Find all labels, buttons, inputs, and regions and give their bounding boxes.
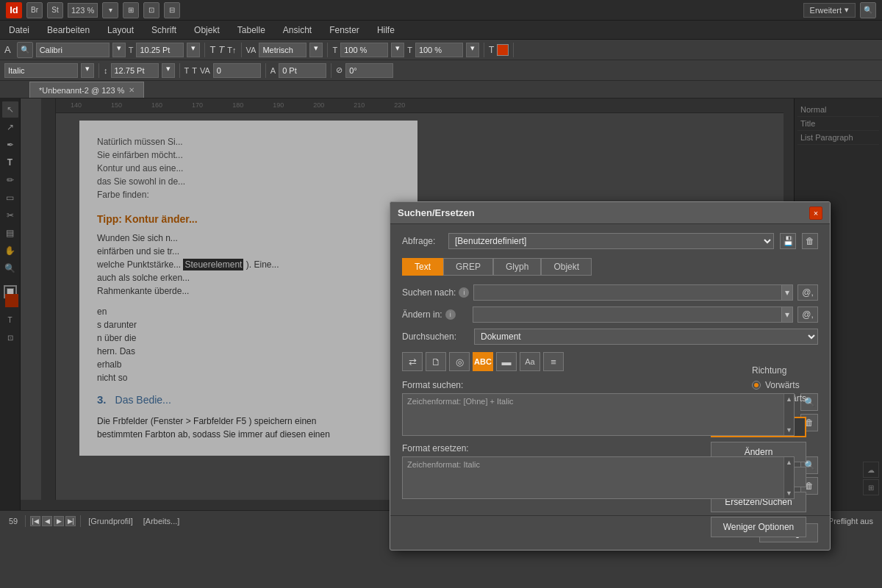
zoom-dropdown[interactable]: ▾ — [102, 2, 118, 18]
aendern-dropdown-arrow[interactable]: ▾ — [781, 306, 793, 323]
tab-glyph[interactable]: Glyph — [493, 258, 541, 276]
abfrage-label: Abfrage: — [402, 236, 442, 246]
scale-v-dropdown[interactable]: ▾ — [466, 43, 479, 57]
abfrage-save-btn[interactable]: 💾 — [780, 233, 796, 249]
icon-whole-word[interactable]: 🗋 — [426, 352, 446, 371]
menu-schrift[interactable]: Schrift — [148, 24, 179, 37]
extended-button[interactable]: Erweitert ▾ — [803, 3, 856, 18]
vorwaerts-radio[interactable]: Vorwärts — [752, 380, 806, 390]
icon-case-sensitive[interactable]: ⇄ — [402, 352, 423, 371]
suchen-label: Suchen nach: i — [402, 287, 469, 298]
menu-tabelle[interactable]: Tabelle — [234, 24, 268, 37]
menu-layout[interactable]: Layout — [104, 24, 137, 37]
icon-frame[interactable]: ▬ — [496, 352, 517, 371]
toolbar-row-1: A 🔍 ▾ T ▾ T T T↑ VA ▾ T ▾ T ▾ T — [0, 40, 882, 60]
status-sep-1 — [25, 515, 26, 527]
zoom-level[interactable]: 123 % — [68, 3, 98, 18]
font-family-input[interactable] — [36, 43, 110, 57]
stock-button[interactable]: St — [47, 2, 63, 18]
format-T-italic: T — [218, 44, 224, 55]
text-tool-icon: A — [4, 44, 11, 55]
toolbar-sep-5 — [513, 43, 514, 57]
font-size-input[interactable] — [136, 43, 184, 57]
dialog-title: Suchen/Ersetzen — [398, 207, 475, 218]
menu-ansicht[interactable]: Ansicht — [280, 24, 315, 37]
vorwaerts-radio-dot[interactable] — [752, 381, 761, 390]
toolbar-sep-3 — [327, 43, 328, 57]
last-page-btn[interactable]: ▶| — [65, 516, 76, 526]
arrange-options[interactable]: ⊟ — [164, 2, 180, 18]
font-style-input[interactable] — [4, 63, 78, 78]
scale-h-dropdown[interactable]: ▾ — [391, 43, 404, 57]
top-bar: Id Br St 123 % ▾ ⊞ ⊡ ⊟ Erweitert ▾ 🔍 — [0, 0, 882, 21]
aendern-input[interactable] — [473, 306, 781, 323]
font-size2-dropdown[interactable]: ▾ — [162, 63, 175, 78]
format-suchen-row: Zeichenformat: [Ohne] + Italic ▲ ▼ 🔍 🗑 — [402, 393, 818, 436]
tab-grep[interactable]: GREP — [443, 258, 493, 276]
doc-tab-close[interactable]: ✕ — [129, 86, 135, 94]
richtung-label: Richtung — [752, 365, 806, 376]
abfrage-delete-btn[interactable]: 🗑 — [802, 233, 818, 249]
angle-input[interactable] — [345, 63, 393, 78]
toolbar2-sep-2 — [179, 63, 180, 78]
format-suchen-scroll[interactable]: ▲ ▼ — [784, 394, 794, 435]
text-color-swatch[interactable] — [497, 44, 509, 56]
search-top-button[interactable]: 🔍 — [860, 2, 876, 18]
size-icon: T — [129, 46, 134, 54]
status-sep-2 — [80, 515, 81, 527]
format-suchen-text: Zeichenformat: [Ohne] + Italic — [407, 397, 789, 406]
angle-icon: ⊘ — [336, 65, 343, 75]
format-ersetzen-text: Zeichenformat: Italic — [407, 460, 789, 469]
font-size-dropdown[interactable]: ▾ — [187, 43, 200, 57]
tab-text[interactable]: Text — [402, 258, 443, 276]
icon-aa[interactable]: Aa — [520, 352, 540, 371]
durchsuchen-select[interactable]: Dokument — [474, 329, 818, 345]
format-ersetzen-row: Zeichenformat: Italic ▲ ▼ 🔍 🗑 — [402, 456, 818, 499]
metrics-input[interactable] — [259, 43, 306, 57]
menu-datei[interactable]: Datei — [6, 24, 32, 37]
search-font-icon[interactable]: 🔍 — [17, 42, 33, 58]
page-number: 59 — [6, 517, 21, 526]
leading-icon: ↕ — [104, 66, 108, 75]
format-ersetzen-scroll[interactable]: ▲ ▼ — [784, 457, 794, 498]
suchen-input[interactable] — [473, 284, 781, 301]
first-page-btn[interactable]: |◀ — [30, 516, 40, 526]
layout-options[interactable]: ⊡ — [143, 2, 159, 18]
menu-hilfe[interactable]: Hilfe — [374, 24, 398, 37]
scale-v-input[interactable] — [415, 43, 463, 57]
aendern-at-btn[interactable]: @, — [797, 306, 818, 323]
baseline-input[interactable] — [279, 63, 326, 78]
prev-page-btn[interactable]: ◀ — [42, 516, 52, 526]
dialog-close-button[interactable]: × — [809, 207, 822, 220]
format-T-super: T↑ — [227, 46, 236, 54]
color-T-icon: T — [489, 45, 494, 55]
bridge-button[interactable]: Br — [26, 2, 43, 18]
durchsuchen-row: Durchsuchen: Dokument — [402, 329, 818, 345]
abfrage-row: Abfrage: [Benutzerdefiniert] 💾 🗑 — [402, 233, 818, 249]
document-tab[interactable]: *Unbenannt-2 @ 123 % ✕ — [29, 82, 144, 98]
scale-h-input[interactable] — [340, 43, 388, 57]
page-nav-buttons: |◀ ◀ ▶ ▶| — [30, 516, 76, 526]
tab-objekt[interactable]: Objekt — [541, 258, 592, 276]
next-page-btn[interactable]: ▶ — [54, 516, 64, 526]
doc-tab-bar: *Unbenannt-2 @ 123 % ✕ — [0, 81, 882, 98]
tracking-input[interactable] — [213, 63, 261, 78]
metrics-dropdown[interactable]: ▾ — [309, 43, 323, 57]
weniger-optionen-button[interactable]: Weniger Optionen — [711, 517, 806, 537]
menu-bearbeiten[interactable]: Bearbeiten — [44, 24, 93, 37]
format-ersetzen-box: Zeichenformat: Italic ▲ ▼ — [402, 456, 795, 499]
suchen-dropdown-arrow[interactable]: ▾ — [781, 284, 793, 301]
icon-paragraph[interactable]: ≡ — [543, 352, 564, 371]
icon-abc-active[interactable]: ABC — [473, 352, 493, 371]
font-family-dropdown[interactable]: ▾ — [112, 43, 126, 57]
durchsuchen-label: Durchsuchen: — [402, 331, 468, 342]
icon-regex[interactable]: ◎ — [449, 352, 470, 371]
main-area: ↖ ↗ ✒ T ✏ ▭ ✂ ▤ ✋ 🔍 T ⊡ 1401501601701801… — [0, 98, 882, 510]
font-style-dropdown[interactable]: ▾ — [81, 63, 94, 78]
abfrage-select[interactable]: [Benutzerdefiniert] — [448, 233, 774, 249]
menu-objekt[interactable]: Objekt — [191, 24, 223, 37]
font-size2-input[interactable] — [111, 63, 159, 78]
menu-fenster[interactable]: Fenster — [326, 24, 362, 37]
view-options[interactable]: ⊞ — [123, 2, 139, 18]
suchen-at-btn[interactable]: @, — [797, 284, 818, 301]
